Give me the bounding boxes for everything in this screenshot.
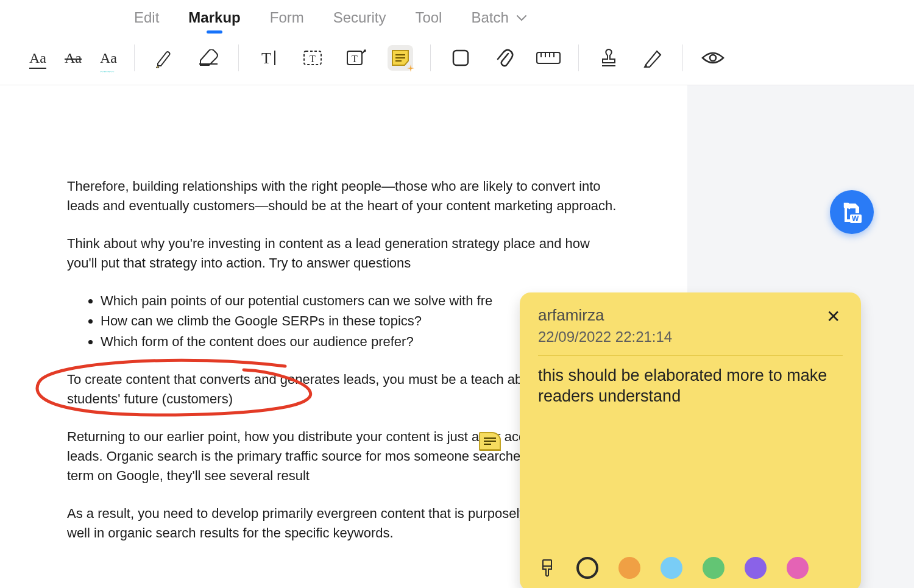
chevron-down-icon — [517, 15, 526, 21]
underline-icon — [29, 68, 46, 69]
color-swatch-orange[interactable] — [618, 557, 640, 579]
svg-rect-18 — [543, 560, 551, 566]
attachment-tool[interactable] — [492, 45, 517, 71]
tab-security[interactable]: Security — [333, 9, 386, 26]
squiggly-label: Aa — [100, 50, 117, 66]
svg-text:T: T — [310, 54, 316, 64]
signature-tool[interactable] — [640, 45, 665, 71]
tab-form[interactable]: Form — [270, 9, 304, 26]
tab-tool[interactable]: Tool — [415, 9, 442, 26]
svg-point-17 — [710, 55, 716, 61]
format-brush-icon[interactable] — [538, 559, 556, 577]
circled-text: To create content that converts and gene… — [67, 372, 571, 406]
highlighter-tool[interactable] — [152, 45, 177, 71]
text-cursor-tool[interactable]: T — [256, 45, 282, 71]
strikethrough-tool[interactable]: Aa — [65, 50, 82, 66]
strikethrough-label: Aa — [65, 50, 82, 66]
hand-circle-annotation-icon — [29, 358, 370, 422]
top-tabbar: Edit Markup Form Security Tool Batch — [0, 0, 914, 34]
underline-label: Aa — [29, 50, 46, 66]
convert-to-word-button[interactable]: W W — [830, 190, 874, 234]
sticky-note-popup[interactable]: arfamirza 22/09/2022 22:21:14 ✕ this sho… — [520, 292, 861, 588]
color-swatch-none[interactable] — [576, 557, 598, 579]
note-marker-icon[interactable] — [479, 432, 501, 450]
svg-rect-11 — [537, 52, 560, 63]
note-timestamp: 22/09/2022 22:21:14 — [538, 328, 672, 345]
sticky-note-tool[interactable] — [388, 45, 413, 71]
document-viewport: Therefore, building relationships with t… — [0, 85, 914, 588]
word-icon: W W — [841, 201, 863, 223]
note-color-row — [538, 547, 843, 579]
eraser-tool[interactable] — [196, 45, 221, 71]
note-body[interactable]: this should be elaborated more to make r… — [538, 366, 843, 547]
svg-text:T: T — [352, 54, 358, 64]
tab-edit[interactable]: Edit — [134, 9, 159, 26]
note-divider — [538, 355, 843, 356]
paragraph: Think about why you're investing in cont… — [67, 234, 620, 273]
color-swatch-blue[interactable] — [661, 557, 682, 579]
tab-batch-label: Batch — [471, 9, 508, 26]
close-icon[interactable]: ✕ — [824, 306, 843, 328]
tab-batch[interactable]: Batch — [471, 9, 526, 26]
paragraph: Therefore, building relationships with t… — [67, 177, 620, 216]
tab-markup[interactable]: Markup — [188, 9, 240, 26]
color-swatch-purple[interactable] — [745, 557, 767, 579]
ruler-tool[interactable] — [536, 45, 561, 71]
stamp-tool[interactable] — [596, 45, 622, 71]
underline-tool[interactable]: Aa — [29, 50, 46, 66]
svg-rect-10 — [453, 51, 468, 65]
preview-tool[interactable] — [700, 45, 726, 71]
svg-text:W: W — [852, 214, 859, 223]
color-swatch-pink[interactable] — [787, 557, 809, 579]
color-swatch-green[interactable] — [703, 557, 724, 579]
callout-tool[interactable]: T — [344, 45, 369, 71]
rectangle-tool[interactable] — [448, 45, 473, 71]
sparkle-icon — [407, 65, 414, 72]
svg-text:T: T — [261, 49, 271, 67]
note-author: arfamirza — [538, 306, 672, 325]
textbox-tool[interactable]: T — [300, 45, 325, 71]
squiggly-tool[interactable]: Aa ﹏﹏﹏ — [100, 50, 117, 66]
markup-toolbar: Aa Aa Aa ﹏﹏﹏ T T — [0, 34, 914, 85]
